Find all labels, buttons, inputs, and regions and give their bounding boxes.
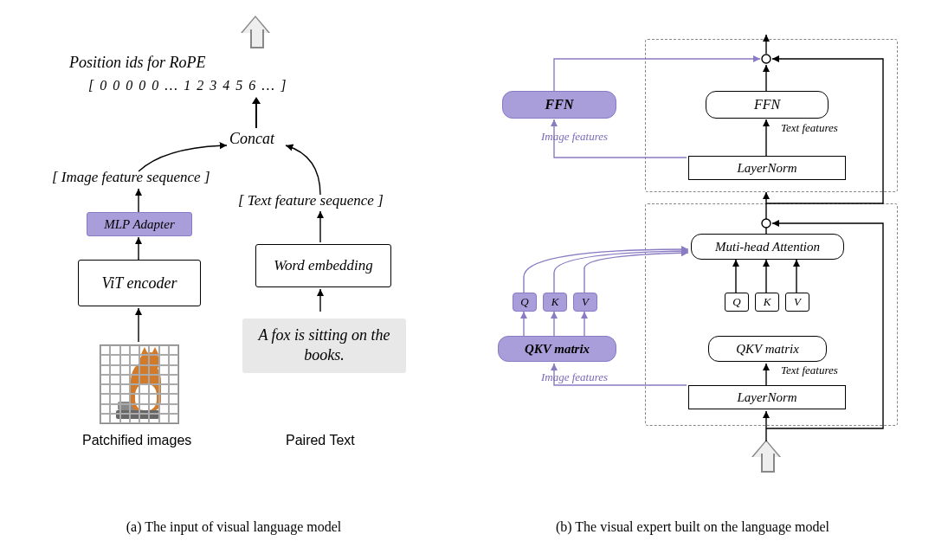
attention-box: Muti-head Attention [691,234,844,260]
ffn-text-box: FFN [706,91,829,119]
word-embedding-box: Word embedding [255,244,391,287]
v-text: V [785,293,809,312]
v-visual: V [573,293,597,312]
qkv-visual-box: QKV matrix [498,336,616,362]
image-features-2: Image features [541,370,608,384]
layernorm-1: LayerNorm [688,156,846,180]
caption-a: (a) The input of visual language model [52,519,416,535]
patchified-image-icon [100,344,179,424]
concat-label: Concat [229,130,274,148]
patchified-label: Patchified images [82,433,191,448]
paired-text-label: Paired Text [286,433,355,448]
qkv-text-box: QKV matrix [708,336,827,362]
image-features-1: Image features [541,130,608,144]
rope-ids: [ 0 0 0 0 0 ... 1 2 3 4 5 6 ... ] [88,78,287,93]
panel-b-visual-expert: FFN FFN Image features Text features Lay… [476,17,909,502]
output-arrow-icon [242,17,268,48]
sample-text-box: A fox is sitting on the books. [242,319,406,373]
text-features-1: Text features [781,121,838,135]
layernorm-2: LayerNorm [688,385,846,409]
rope-title: Position ids for RoPE [69,54,206,72]
q-visual: Q [513,293,537,312]
mlp-adapter-box: MLP Adapter [87,212,192,236]
k-visual: K [543,293,567,312]
k-text: K [755,293,779,312]
panel-a-input: Position ids for RoPE [ 0 0 0 0 0 ... 1 … [35,17,450,502]
text-feat-seq-label: [ Text feature sequence ] [238,192,384,209]
text-features-2: Text features [781,364,838,377]
arrow-pos-to-concat [255,102,257,128]
image-feat-seq-label: [ Image feature sequence ] [52,169,210,186]
q-text: Q [725,293,749,312]
vit-encoder-box: ViT encoder [78,260,201,306]
caption-b: (b) The visual expert built on the langu… [485,519,900,535]
input-arrow-icon [753,441,779,473]
ffn-visual-box: FFN [502,91,616,119]
